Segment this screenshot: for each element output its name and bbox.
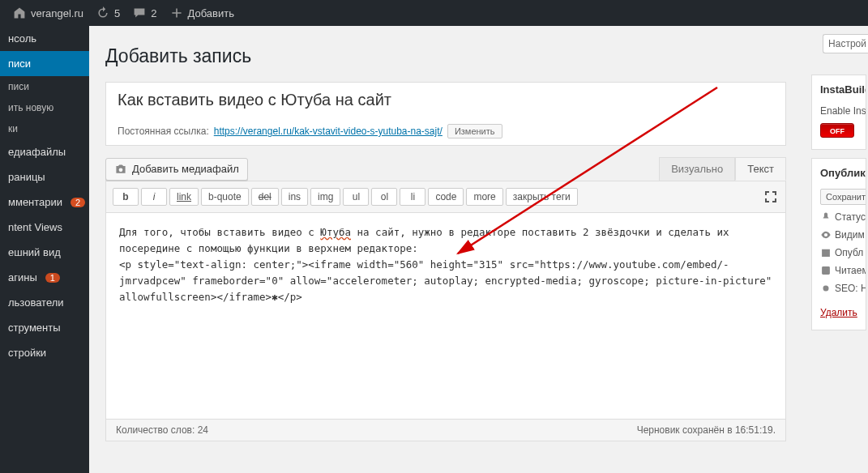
calendar-icon [820, 247, 832, 258]
add-new-link[interactable]: Добавить [164, 0, 241, 26]
comments-count: 2 [151, 7, 156, 19]
toolbar-ul[interactable]: ul [343, 188, 369, 206]
post-title-input[interactable] [106, 83, 785, 117]
permalink-url[interactable]: https://verangel.ru/kak-vstavit-video-s-… [214, 126, 443, 137]
wordcount-label: Количество слов: [116, 424, 195, 436]
post-editor[interactable]: Для того, чтобы вставить видео с Ютуба н… [105, 213, 786, 420]
sidebar-tags[interactable]: ки [0, 118, 89, 139]
sidebar-users[interactable]: льзователи [0, 290, 89, 315]
camera-icon [114, 163, 127, 176]
refresh-icon [96, 6, 109, 19]
save-draft-button[interactable]: Сохранит [820, 189, 866, 205]
seo-row: SEO: Но [820, 279, 859, 297]
sidebar-tools[interactable]: струменты [0, 315, 89, 340]
toolbar-del[interactable]: del [251, 188, 279, 206]
instabuilder-panel: InstaBuild Enable Inst OFF [811, 75, 866, 150]
sidebar-settings[interactable]: стройки [0, 340, 89, 365]
enable-label: Enable Inst [820, 102, 859, 120]
add-media-button[interactable]: Добавить медиафайл [105, 158, 248, 181]
sidebar-pages[interactable]: раницы [0, 164, 89, 190]
svg-point-2 [823, 286, 829, 292]
title-box: Постоянная ссылка: https://verangel.ru/k… [105, 82, 786, 146]
publish-title: Опублико [820, 167, 859, 179]
comments-badge: 2 [71, 198, 85, 207]
delete-link[interactable]: Удалить [820, 307, 857, 318]
main-content: Добавить запись Постоянная ссылка: https… [105, 26, 868, 473]
editor-status-bar: Количество слов: 24 Черновик сохранён в … [105, 420, 786, 441]
pin-icon [820, 211, 832, 223]
editor-tabs: Визуально Текст [659, 157, 786, 181]
sidebar-appearance[interactable]: ешний вид [0, 240, 89, 265]
toolbar-italic[interactable]: i [141, 188, 167, 206]
permalink-label: Постоянная ссылка: [118, 126, 209, 137]
toolbar-bold[interactable]: b [113, 188, 139, 206]
tab-visual[interactable]: Визуально [659, 157, 735, 181]
instabuilder-title: InstaBuild [820, 83, 859, 96]
add-new-label: Добавить [188, 7, 234, 19]
toolbar-link[interactable]: link [169, 188, 199, 206]
eye-icon [820, 229, 832, 241]
readability-row: Читаем [820, 262, 859, 279]
toolbar-li[interactable]: li [400, 188, 425, 206]
toolbar-more[interactable]: more [466, 188, 502, 206]
screen-options-tab[interactable]: Настрой [823, 34, 868, 53]
plugins-badge: 1 [45, 273, 60, 283]
comments-link[interactable]: 2 [126, 0, 163, 26]
visibility-row: Видим [820, 226, 859, 244]
toggle-off[interactable]: OFF [820, 123, 854, 138]
sidebar-plugins[interactable]: агины1 [0, 265, 89, 290]
permalink-edit-button[interactable]: Изменить [447, 124, 502, 138]
publish-date-row: Опубл [820, 244, 859, 262]
admin-topbar: verangel.ru 5 2 Добавить [0, 0, 868, 26]
updates-link[interactable]: 5 [90, 0, 126, 26]
svg-rect-1 [822, 266, 830, 275]
check-icon [820, 265, 832, 276]
updates-count: 5 [114, 7, 120, 19]
toolbar-bquote[interactable]: b-quote [201, 188, 249, 206]
dot-icon [820, 283, 832, 294]
toolbar-ol[interactable]: ol [371, 188, 397, 206]
toolbar-code[interactable]: code [428, 188, 464, 206]
sidebar-add-post[interactable]: ить новую [0, 97, 89, 118]
plus-icon [170, 6, 183, 19]
editor-toolbar: b i link b-quote del ins img ul ol li co… [105, 181, 786, 213]
sidebar-console[interactable]: нсоль [0, 26, 89, 51]
toolbar-img[interactable]: img [310, 188, 340, 206]
admin-sidebar: нсоль писи писи ить новую ки едиафайлы р… [0, 26, 89, 473]
comment-icon [133, 6, 146, 19]
media-row: Добавить медиафайл Визуально Текст [105, 157, 786, 181]
page-heading: Добавить запись [105, 45, 868, 67]
site-name: verangel.ru [31, 7, 83, 19]
publish-panel: Опублико Сохранит Статус Видим Опубл Чит… [811, 158, 866, 330]
draft-saved-label: Черновик сохранён в 16:51:19. [637, 424, 776, 436]
site-home-link[interactable]: verangel.ru [6, 0, 90, 26]
toolbar-close-tags[interactable]: закрыть теги [506, 188, 578, 206]
sidebar-media[interactable]: едиафайлы [0, 139, 89, 164]
tab-text[interactable]: Текст [735, 157, 786, 181]
sidebar-content-views[interactable]: ntent Views [0, 215, 89, 240]
status-row: Статус [820, 208, 859, 226]
sidebar-comments[interactable]: мментарии2 [0, 190, 89, 215]
toolbar-ins[interactable]: ins [281, 188, 308, 206]
fullscreen-icon[interactable] [763, 189, 779, 205]
wordcount-value: 24 [198, 424, 208, 436]
sidebar-all-posts[interactable]: писи [0, 76, 89, 97]
home-icon [13, 6, 26, 19]
right-sidebar: Настрой InstaBuild Enable Inst OFF Опубл… [811, 26, 868, 473]
permalink-row: Постоянная ссылка: https://verangel.ru/k… [106, 117, 785, 145]
sidebar-posts[interactable]: писи [0, 51, 89, 76]
